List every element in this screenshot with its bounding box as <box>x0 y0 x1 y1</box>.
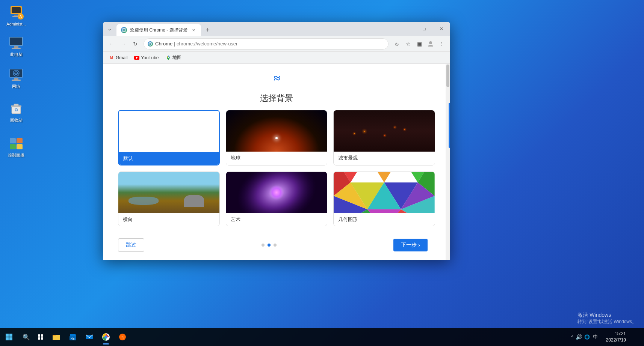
pagination-dots <box>262 244 277 247</box>
bg-card-default[interactable]: 默认 <box>118 110 220 165</box>
bg-label-geometric: 几何图形 <box>334 213 435 226</box>
bg-card-art[interactable]: 艺术 <box>226 171 328 226</box>
bg-card-earth[interactable]: 地球 <box>226 110 328 165</box>
chrome-share-button[interactable]: ⎋ <box>392 39 402 49</box>
tray-volume-icon[interactable]: 🔊 <box>576 334 582 340</box>
url-domain: Chrome <box>155 41 172 47</box>
bg-card-geometric[interactable]: 几何图形 <box>333 171 435 226</box>
bg-card-city[interactable]: 城市景观 <box>333 110 435 165</box>
svg-text:♻: ♻ <box>14 107 18 113</box>
desktop-icon-computer[interactable]: 此电脑 <box>3 34 29 59</box>
chrome-close-button[interactable]: ✕ <box>433 23 450 35</box>
taskbar-task-view-button[interactable] <box>34 330 47 344</box>
scrollbar-accent <box>449 103 450 148</box>
administrator-label: Administ... <box>6 22 26 26</box>
bookmark-gmail[interactable]: M Gmail <box>106 54 130 62</box>
chrome-address-favicon <box>148 41 153 47</box>
bg-label-earth: 地球 <box>226 152 327 164</box>
chrome-minimize-button[interactable]: ─ <box>398 23 416 35</box>
chrome-titlebar: ⌄ 欢迎使用 Chrome - 选择背景 ✕ + ─ □ ✕ <box>103 22 450 36</box>
svg-rect-8 <box>14 46 18 48</box>
chrome-window: ⌄ 欢迎使用 Chrome - 选择背景 ✕ + ─ □ ✕ <box>103 22 450 260</box>
start-button[interactable] <box>0 328 18 346</box>
chrome-forward-button[interactable]: → <box>118 39 128 49</box>
taskbar-apps: 🛍 <box>48 329 131 345</box>
chrome-new-tab-button[interactable]: + <box>203 25 213 35</box>
pagination-dot-2[interactable] <box>268 244 271 247</box>
svg-rect-1 <box>12 7 21 13</box>
chrome-toolbar-icons: ⎋ ☆ ▣ ⋮ <box>392 39 447 49</box>
url-path: chrome://welcome/new-user <box>177 41 238 47</box>
svg-marker-39 <box>367 172 401 182</box>
pagination-dot-1[interactable] <box>262 244 265 247</box>
chrome-bookmark-button[interactable]: ☆ <box>403 39 413 49</box>
activate-line1: 激活 Windows <box>577 312 636 319</box>
bookmark-maps[interactable]: 地图 <box>163 53 184 62</box>
bookmark-youtube[interactable]: YouTube <box>131 54 162 62</box>
pagination-dot-3[interactable] <box>274 244 277 247</box>
show-desktop-button[interactable] <box>630 328 641 346</box>
svg-rect-23 <box>10 144 16 149</box>
gmail-favicon: M <box>109 55 114 60</box>
windows-activate-notice[interactable]: 激活 Windows 转到"设置"以激活 Windows。 <box>577 312 636 325</box>
chrome-tab-active[interactable]: 欢迎使用 Chrome - 选择背景 ✕ <box>116 24 201 36</box>
chrome-url-text: Chrome | chrome://welcome/new-user <box>155 41 384 47</box>
landscape-bg-preview <box>118 172 219 213</box>
youtube-label: YouTube <box>141 55 159 60</box>
svg-rect-54 <box>41 334 43 337</box>
system-tray[interactable]: ^ 🔊 🌐 中 <box>568 334 601 340</box>
next-button[interactable]: 下一步 › <box>393 239 428 251</box>
desktop-icon-network[interactable]: 网络 <box>3 66 29 91</box>
taskbar-app-file-explorer[interactable] <box>48 329 65 345</box>
chrome-menu-button[interactable]: ⋮ <box>437 39 447 49</box>
svg-point-37 <box>272 188 280 196</box>
page-title-area: 选择背景 <box>118 93 435 104</box>
computer-label: 此电脑 <box>10 52 23 57</box>
svg-rect-55 <box>38 337 40 340</box>
desktop-icon-control[interactable]: 控制面板 <box>3 134 29 159</box>
svg-rect-15 <box>14 78 18 80</box>
chrome-tab-favicon <box>121 27 127 33</box>
chrome-address-bar[interactable]: Chrome | chrome://welcome/new-user <box>144 38 389 50</box>
chrome-scrollbar[interactable] <box>446 64 450 260</box>
bg-card-landscape[interactable]: 横向 <box>118 171 220 226</box>
windows-logo-icon <box>6 334 12 340</box>
taskbar-clock[interactable]: 15:21 2022/7/19 <box>603 331 629 343</box>
svg-rect-9 <box>12 48 21 49</box>
chrome-maximize-button[interactable]: □ <box>416 23 433 35</box>
chrome-tab-close-button[interactable]: ✕ <box>190 27 197 33</box>
recycle-label: 回收站 <box>10 117 23 123</box>
administrator-icon: A <box>9 5 24 20</box>
city-bg-preview <box>334 110 435 152</box>
chrome-tab-title: 欢迎使用 Chrome - 选择背景 <box>130 27 187 33</box>
scrollbar-thumb[interactable] <box>446 65 449 87</box>
taskbar-app-mail[interactable] <box>81 329 98 345</box>
svg-rect-22 <box>17 138 23 143</box>
taskbar-app-store[interactable]: 🛍 <box>65 329 81 345</box>
chrome-reload-button[interactable]: ↻ <box>130 39 141 49</box>
recycle-icon: ♻ <box>9 101 24 116</box>
taskbar-app-pinned[interactable]: ☆ <box>114 329 131 345</box>
next-chevron-icon: › <box>418 242 420 248</box>
chrome-logo: ≈ <box>118 71 435 85</box>
chrome-back-button[interactable]: ← <box>106 39 116 49</box>
tray-arrow[interactable]: ^ <box>571 335 573 339</box>
taskbar: 🔍 🛍 <box>0 328 644 346</box>
bg-label-art: 艺术 <box>226 213 327 226</box>
taskbar-search-button[interactable]: 🔍 <box>20 330 33 344</box>
tray-network-icon[interactable]: 🌐 <box>584 334 590 340</box>
taskbar-app-chrome[interactable] <box>98 329 114 345</box>
bg-thumbnail-art <box>226 172 327 213</box>
bg-label-default: 默认 <box>119 152 219 165</box>
svg-rect-2 <box>14 15 18 16</box>
svg-text:A: A <box>20 15 22 19</box>
desktop-icon-recycle[interactable]: ♻ 回收站 <box>3 99 29 125</box>
landscape-water-detail <box>128 197 159 205</box>
desktop-icon-administrator[interactable]: A Administ... <box>3 4 29 28</box>
chrome-reader-mode-button[interactable]: ▣ <box>414 39 425 49</box>
skip-button[interactable]: 跳过 <box>118 238 144 252</box>
chrome-page-body: ≈ 选择背景 默认 <box>103 64 450 260</box>
chrome-profile-button[interactable] <box>425 39 436 49</box>
input-method-indicator[interactable]: 中 <box>592 334 599 340</box>
chrome-expand-button[interactable]: ⌄ <box>106 25 113 32</box>
